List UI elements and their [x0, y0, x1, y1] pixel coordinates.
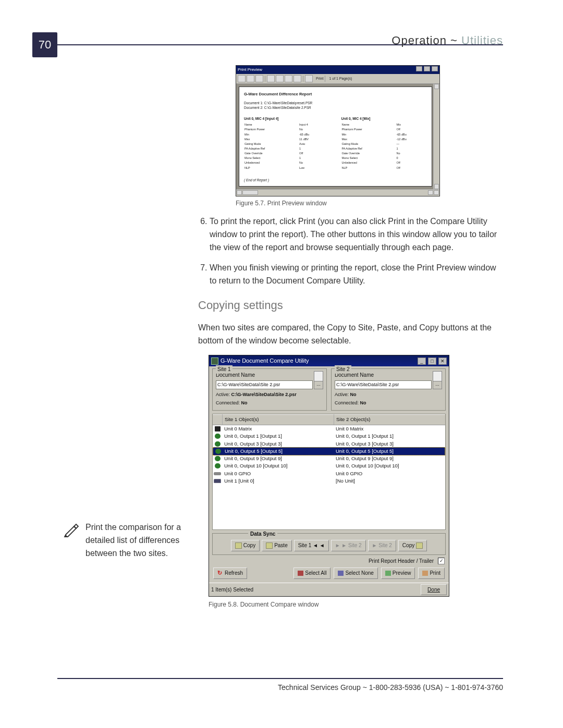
document-icon[interactable] — [433, 371, 442, 381]
document-icon[interactable] — [314, 371, 323, 381]
close-icon[interactable]: ✕ — [438, 357, 447, 365]
maximize-icon[interactable]: □ — [428, 357, 436, 365]
figure-caption-1: Figure 5.7. Print Preview window — [236, 199, 503, 208]
row-icon-cell — [213, 477, 222, 485]
maximize-icon[interactable] — [424, 66, 430, 71]
right-col-table: NameMix Phantom PowerOff Min-65 dBu Max-… — [341, 122, 427, 170]
page-number-badge: 70 — [32, 32, 57, 57]
row-icon-cell — [213, 470, 222, 477]
copy-button-2[interactable]: Copy — [398, 540, 427, 551]
select-none-button[interactable]: Select None — [334, 567, 377, 579]
table-row[interactable]: Unit 0, Output 9 [Output 9]Unit 0, Outpu… — [213, 455, 445, 462]
table-row[interactable]: Unit 0 MatrixUnit 0 Matrix — [213, 425, 445, 433]
doc1-path: Document 1: C:\G-Ware\SiteData\preset.PS… — [244, 101, 427, 105]
site2-path-input[interactable]: C:\G-Ware\SiteData\Site 2.psr — [335, 380, 432, 390]
table-row[interactable]: Unit 0, Output 5 [Output 5]Unit 0, Outpu… — [213, 447, 445, 455]
table-row[interactable]: Unit 0, Output 10 [Output 10]Unit 0, Out… — [213, 462, 445, 470]
row-icon-cell — [213, 455, 222, 462]
site2-browse-button[interactable]: ... — [433, 380, 442, 390]
paste-icon — [266, 542, 273, 549]
table-row[interactable]: Unit 0, Output 1 [Output 1]Unit 0, Outpu… — [213, 433, 445, 440]
site1-path-input[interactable]: C:\G-Ware\SiteData\Site 2.psr — [216, 380, 313, 390]
page-100-icon[interactable] — [255, 75, 263, 82]
pp-window-controls[interactable] — [415, 66, 438, 73]
site2-cell: Unit 0 Matrix — [334, 425, 445, 433]
left-col-title: Unit 0, MIC 4 [Input 4] — [244, 117, 278, 120]
dc-window-controls[interactable]: _ □ ✕ — [417, 356, 447, 365]
select-all-button[interactable]: Select All — [293, 567, 331, 579]
bottom-button-row: ↻Refresh Select All Select None Preview … — [212, 566, 446, 581]
prev-page-icon[interactable] — [276, 75, 284, 82]
vertical-scrollbar[interactable] — [433, 84, 439, 189]
left-col-table: NameInput 4 Phantom PowerNo Min-65 dBu M… — [244, 122, 330, 170]
dc-title: G-Ware Document Compare Utility — [221, 356, 309, 365]
app-icon — [211, 357, 218, 365]
output-icon — [215, 441, 221, 447]
next-page-icon[interactable] — [285, 75, 292, 82]
header-sep: ~ — [450, 34, 458, 47]
output-icon — [215, 463, 221, 468]
footer-rule — [57, 678, 503, 679]
site2-cell: Unit 0, Output 3 [Output 3] — [334, 440, 445, 448]
site2-arrow-button-2[interactable]: ► Site 2 — [368, 540, 396, 551]
site2-active-value: No — [350, 392, 357, 397]
close-icon[interactable] — [432, 66, 438, 71]
instruction-list: To print the report, click Print (you ca… — [198, 215, 503, 287]
pp-toolbar: Print 1 of 1 Page(s) — [236, 74, 439, 84]
minimize-icon[interactable] — [416, 66, 422, 71]
copy-button[interactable]: Copy — [231, 540, 260, 551]
page-count-label: 1 of 1 Page(s) — [329, 76, 352, 82]
separator — [265, 76, 265, 82]
horizontal-scrollbar[interactable] — [236, 189, 439, 196]
first-page-icon[interactable] — [267, 75, 275, 82]
table-row[interactable]: Unit 1 [Unit 0][No Unit] — [213, 477, 445, 485]
printer-icon[interactable] — [305, 75, 313, 82]
step-6: To print the report, click Print (you ca… — [210, 215, 503, 254]
header-left: Operation — [391, 34, 447, 47]
site2-column-header[interactable]: Site 2 Object(s) — [334, 414, 445, 425]
site1-group: Site 1 Document Name C:\G-Ware\SiteData\… — [212, 368, 327, 411]
right-col-title: Unit 0, MIC 4 [Mix] — [341, 117, 371, 120]
site1-browse-button[interactable]: ... — [314, 380, 323, 390]
matrix-icon — [215, 426, 221, 431]
preview-icon — [385, 571, 391, 576]
pp-page: G-Ware Document Difference Report Docume… — [239, 87, 432, 186]
site1-column-header[interactable]: Site 1 Object(s) — [223, 414, 334, 425]
print-button[interactable]: Print — [418, 567, 445, 579]
site2-connected-value: No — [360, 400, 366, 405]
print-header-trailer-label: Print Report Header / Trailer — [369, 557, 434, 565]
done-button[interactable]: Done — [421, 584, 447, 596]
refresh-icon: ↻ — [217, 571, 223, 576]
step-7: When you finish viewing or printing the … — [210, 262, 503, 288]
site2-active-label: Active: — [335, 392, 349, 397]
pp-doc-area: G-Ware Document Difference Report Docume… — [236, 84, 439, 189]
site1-cell: Unit 0, Output 5 [Output 5] — [223, 448, 334, 455]
list-rows-container: Unit 0 MatrixUnit 0 MatrixUnit 0, Output… — [213, 425, 445, 529]
print-header-trailer-checkbox[interactable]: ✓ — [438, 558, 445, 564]
icon-column-header[interactable] — [213, 414, 223, 425]
site2-cell: Unit 0, Output 9 [Output 9] — [334, 455, 445, 462]
table-row[interactable]: Unit 0, Output 3 [Output 3]Unit 0, Outpu… — [213, 440, 445, 448]
site1-legend: Site 1 — [216, 365, 232, 374]
last-page-icon[interactable] — [293, 75, 301, 82]
print-preview-window: Print Preview Print — [236, 65, 440, 196]
site2-arrow-button-1[interactable]: ► ► Site 2 — [331, 540, 366, 551]
site1-cell: Unit 0 GPIO — [222, 470, 334, 477]
print-label[interactable]: Print — [316, 76, 323, 82]
pp-title: Print Preview — [238, 67, 262, 73]
preview-button[interactable]: Preview — [381, 567, 415, 579]
figure-document-compare: G-Ware Document Compare Utility _ □ ✕ Si… — [198, 355, 503, 610]
site1-arrow-button[interactable]: Site 1 ◄ ◄ — [294, 540, 329, 551]
unit-icon — [214, 479, 221, 483]
dc-titlebar: G-Ware Document Compare Utility _ □ ✕ — [209, 355, 449, 366]
refresh-button[interactable]: ↻Refresh — [213, 567, 247, 579]
output-icon — [215, 434, 221, 439]
paste-button[interactable]: Paste — [262, 540, 292, 551]
minimize-icon[interactable]: _ — [418, 357, 426, 365]
copy-icon — [235, 542, 242, 549]
table-row[interactable]: Unit 0 GPIOUnit 0 GPIO — [213, 470, 445, 477]
page-width-icon[interactable] — [247, 75, 254, 82]
page-whole-icon[interactable] — [238, 75, 246, 82]
note-pencil-icon — [64, 521, 80, 538]
select-none-icon — [338, 571, 344, 576]
